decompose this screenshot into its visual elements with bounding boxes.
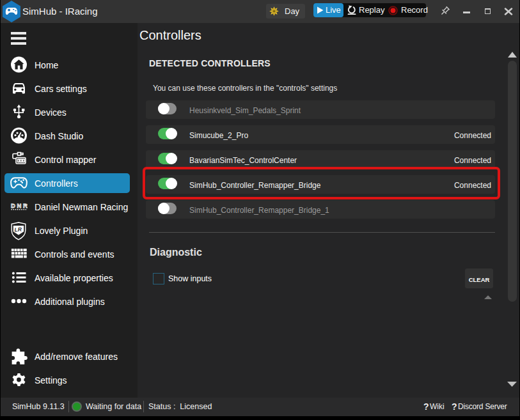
svg-text:DNR: DNR [11,202,28,209]
svg-text:LR: LR [14,226,22,233]
